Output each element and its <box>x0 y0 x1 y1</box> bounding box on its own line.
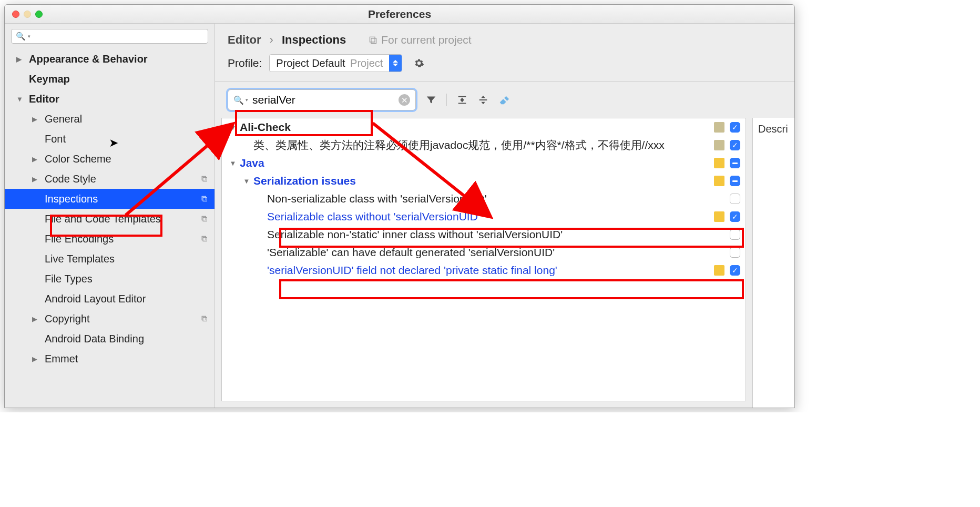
inspection-search-input[interactable] <box>252 94 399 106</box>
chevron-down-icon: ▾ <box>28 34 30 39</box>
main-panel: Editor › Inspections ⧉ For current proje… <box>215 24 794 408</box>
sidebar-item-android-layout-editor[interactable]: Android Layout Editor <box>5 289 215 309</box>
separator <box>446 94 447 106</box>
scope-label: ⧉ For current project <box>369 34 472 46</box>
filter-icon[interactable] <box>425 94 437 106</box>
severity-icon <box>714 176 724 186</box>
inspection-row[interactable]: 'Serializable' can have default generate… <box>222 244 746 261</box>
sidebar-item-label: Code Style <box>45 173 96 185</box>
sidebar-item-keymap[interactable]: Keymap <box>5 69 215 89</box>
sidebar-item-label: Live Templates <box>45 253 115 265</box>
inspection-row[interactable]: ▼Ali-Check✓ <box>222 118 746 136</box>
sidebar-search[interactable]: 🔍 ▾ <box>11 29 208 44</box>
sidebar-item-label: Font <box>45 133 66 145</box>
checkbox[interactable]: ✓ <box>730 122 740 133</box>
chevron-down-icon: ▾ <box>246 97 248 103</box>
checkbox[interactable] <box>730 194 740 204</box>
cursor-icon: ➤ <box>109 136 118 150</box>
inspection-label: 'Serializable' can have default generate… <box>267 246 714 259</box>
sidebar-item-label: Appearance & Behavior <box>29 53 148 65</box>
window-title: Preferences <box>368 8 431 21</box>
copy-icon: ⧉ <box>369 34 377 46</box>
inspection-label: Serializable class without 'serialVersio… <box>267 210 714 223</box>
inspection-label: Java <box>240 157 714 169</box>
severity-icon <box>714 158 724 168</box>
sidebar-item-label: Inspections <box>45 193 98 205</box>
sidebar-item-color-scheme[interactable]: ▶Color Scheme <box>5 149 215 169</box>
expand-all-icon[interactable] <box>456 94 468 106</box>
copy-icon: ⧉ <box>201 234 207 244</box>
copy-icon: ⧉ <box>201 194 207 204</box>
sidebar-item-editor[interactable]: ▼Editor <box>5 89 215 109</box>
inspection-row[interactable]: Serializable class without 'serialVersio… <box>222 208 746 226</box>
search-icon: 🔍 <box>16 32 26 41</box>
inspection-row[interactable]: ▼Java <box>222 154 746 172</box>
sidebar-item-emmet[interactable]: ▶Emmet <box>5 349 215 369</box>
profile-select[interactable]: Project Default Project <box>269 54 402 72</box>
chevron-icon: ▶ <box>32 115 39 123</box>
sidebar-item-android-data-binding[interactable]: Android Data Binding <box>5 329 215 349</box>
gear-icon[interactable] <box>414 58 424 68</box>
sidebar-item-appearance-behavior[interactable]: ▶Appearance & Behavior <box>5 49 215 69</box>
close-icon[interactable] <box>12 11 19 18</box>
sidebar-item-general[interactable]: ▶General <box>5 109 215 129</box>
checkbox[interactable] <box>730 229 740 240</box>
checkbox[interactable]: ✓ <box>730 211 740 222</box>
chevron-icon: ▼ <box>243 177 250 185</box>
sidebar-item-label: Color Scheme <box>45 153 111 165</box>
zoom-icon[interactable] <box>35 11 43 18</box>
chevron-right-icon: › <box>270 33 273 47</box>
copy-icon: ⧉ <box>201 314 207 323</box>
window-controls <box>5 11 43 18</box>
checkbox[interactable]: ✓ <box>730 265 740 276</box>
chevron-icon: ▶ <box>32 155 39 163</box>
severity-icon <box>714 265 724 276</box>
checkbox[interactable] <box>730 247 740 258</box>
inspection-label: Ali-Check <box>240 121 714 134</box>
checkbox[interactable]: ✓ <box>730 140 740 150</box>
inspection-row[interactable]: Non-serializable class with 'serialVersi… <box>222 190 746 208</box>
breadcrumb-parent[interactable]: Editor <box>228 33 261 47</box>
checkbox[interactable] <box>730 158 740 168</box>
inspection-label: Serializable non-'static' inner class wi… <box>267 228 714 241</box>
sidebar-search-input[interactable] <box>34 32 203 41</box>
chevron-icon: ▼ <box>16 95 24 103</box>
sidebar-item-code-style[interactable]: ▶Code Style⧉ <box>5 169 215 189</box>
inspection-tree[interactable]: ▼Ali-Check✓类、类属性、类方法的注释必须使用javadoc规范，使用/… <box>221 118 746 401</box>
titlebar: Preferences <box>5 5 794 24</box>
sidebar-item-copyright[interactable]: ▶Copyright⧉ <box>5 309 215 329</box>
checkbox[interactable] <box>730 176 740 186</box>
sidebar-item-label: Android Layout Editor <box>45 293 146 305</box>
sidebar-item-file-and-code-templates[interactable]: File and Code Templates⧉ <box>5 209 215 229</box>
inspection-row[interactable]: ▼Serialization issues <box>222 172 746 190</box>
sidebar-item-live-templates[interactable]: Live Templates <box>5 249 215 269</box>
profile-row: Profile: Project Default Project <box>215 50 794 82</box>
sidebar-item-label: Emmet <box>45 353 78 365</box>
severity-icon <box>714 140 724 150</box>
clear-icon[interactable]: ✕ <box>399 94 410 106</box>
chevron-updown-icon[interactable] <box>389 55 402 72</box>
inspection-row[interactable]: 类、类属性、类方法的注释必须使用javadoc规范，使用/**内容*/格式，不得… <box>222 136 746 154</box>
eraser-icon[interactable] <box>498 94 510 106</box>
inspection-row[interactable]: Serializable non-'static' inner class wi… <box>222 226 746 244</box>
minimize-icon[interactable] <box>24 11 31 18</box>
description-panel: Descri <box>752 118 794 408</box>
severity-icon <box>714 122 724 133</box>
collapse-all-icon[interactable] <box>477 94 489 106</box>
sidebar-item-file-types[interactable]: File Types <box>5 269 215 289</box>
chevron-icon: ▼ <box>229 159 237 167</box>
sidebar-item-label: File Encodings <box>45 233 114 245</box>
copy-icon: ⧉ <box>201 214 207 224</box>
severity-icon <box>714 211 724 222</box>
sidebar-item-label: File and Code Templates <box>45 213 161 225</box>
sidebar-item-file-encodings[interactable]: File Encodings⧉ <box>5 229 215 249</box>
breadcrumb-current: Inspections <box>282 33 346 47</box>
inspection-search[interactable]: 🔍 ▾ ✕ <box>228 89 416 110</box>
sidebar: 🔍 ▾ ▶Appearance & BehaviorKeymap▼Editor▶… <box>5 24 215 408</box>
profile-label: Profile: <box>228 57 262 69</box>
sidebar-item-inspections[interactable]: Inspections⧉ <box>5 189 215 209</box>
sidebar-item-label: File Types <box>45 273 93 285</box>
sidebar-item-label: General <box>45 113 82 125</box>
inspection-label: Serialization issues <box>253 175 714 187</box>
inspection-row[interactable]: 'serialVersionUID' field not declared 'p… <box>222 261 746 279</box>
